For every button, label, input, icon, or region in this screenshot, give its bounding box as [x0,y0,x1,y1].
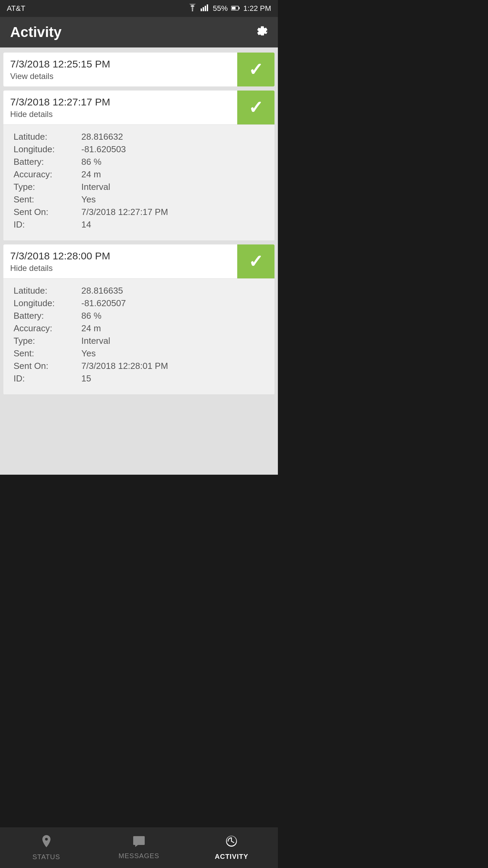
sent-label-3: Sent: [14,348,81,359]
detail-sent-row-2: Sent: Yes [14,194,264,205]
battery-label-3: Battery: [14,311,81,321]
sent-label-2: Sent: [14,194,81,205]
svg-rect-1 [201,8,202,11]
card-details-2: Latitude: 28.816632 Longitude: -81.62050… [3,124,274,240]
svg-rect-2 [203,7,204,11]
status-indicators: 55% 1:22 PM [188,4,271,13]
detail-latitude-row-2: Latitude: 28.816632 [14,132,264,142]
detail-latitude-row-3: Latitude: 28.816635 [14,285,264,296]
detail-longitude-row-3: Longitude: -81.620507 [14,298,264,309]
battery-icon [231,4,240,13]
activity-card-2: 7/3/2018 12:27:17 PM Hide details ✓ Lati… [3,91,274,240]
detail-sent-row-3: Sent: Yes [14,348,264,359]
battery-value-3: 86 % [81,311,101,321]
card-header-text-3: 7/3/2018 12:28:00 PM Hide details [3,244,237,278]
settings-icon[interactable] [254,24,268,41]
card-datetime-1: 7/3/2018 12:25:15 PM [10,58,230,70]
type-label-2: Type: [14,182,81,192]
id-value-2: 14 [81,219,91,230]
check-icon-3: ✓ [248,251,263,272]
longitude-value-2: -81.620503 [81,144,126,155]
check-icon-2: ✓ [248,97,263,118]
detail-accuracy-row-2: Accuracy: 24 m [14,169,264,180]
longitude-label-2: Longitude: [14,144,81,155]
card-header-1[interactable]: 7/3/2018 12:25:15 PM View details ✓ [3,53,274,86]
longitude-label-3: Longitude: [14,298,81,309]
card-action-2[interactable]: Hide details [10,110,230,119]
detail-senton-row-2: Sent On: 7/3/2018 12:27:17 PM [14,207,264,217]
signal-icon [201,4,209,13]
latitude-label-2: Latitude: [14,132,81,142]
detail-battery-row-2: Battery: 86 % [14,157,264,167]
battery-value-2: 86 % [81,157,101,167]
type-value-3: Interval [81,336,110,346]
card-header-text-1: 7/3/2018 12:25:15 PM View details [3,53,237,86]
card-action-3[interactable]: Hide details [10,263,230,273]
detail-id-row-2: ID: 14 [14,219,264,230]
id-label-3: ID: [14,373,81,384]
accuracy-value-3: 24 m [81,323,101,334]
page-title: Activity [10,24,62,40]
svg-rect-3 [205,6,206,11]
latitude-label-3: Latitude: [14,285,81,296]
senton-label-3: Sent On: [14,361,81,371]
svg-rect-4 [207,4,208,11]
activity-list: 7/3/2018 12:25:15 PM View details ✓ 7/3/… [0,47,278,475]
battery-percentage: 55% [213,4,228,13]
accuracy-value-2: 24 m [81,169,101,180]
senton-value-2: 7/3/2018 12:27:17 PM [81,207,168,217]
id-label-2: ID: [14,219,81,230]
card-datetime-3: 7/3/2018 12:28:00 PM [10,250,230,262]
detail-id-row-3: ID: 15 [14,373,264,384]
card-header-3[interactable]: 7/3/2018 12:28:00 PM Hide details ✓ [3,244,274,278]
detail-accuracy-row-3: Accuracy: 24 m [14,323,264,334]
card-header-text-2: 7/3/2018 12:27:17 PM Hide details [3,91,237,124]
detail-battery-row-3: Battery: 86 % [14,311,264,321]
card-action-1[interactable]: View details [10,72,230,81]
sent-value-3: Yes [81,348,96,359]
svg-rect-6 [239,7,240,9]
detail-type-row-3: Type: Interval [14,336,264,346]
card-check-3[interactable]: ✓ [237,244,274,278]
card-datetime-2: 7/3/2018 12:27:17 PM [10,96,230,108]
id-value-3: 15 [81,373,91,384]
check-icon-1: ✓ [248,59,263,80]
latitude-value-3: 28.816635 [81,285,123,296]
detail-longitude-row-2: Longitude: -81.620503 [14,144,264,155]
accuracy-label-3: Accuracy: [14,323,81,334]
type-value-2: Interval [81,182,110,192]
detail-type-row-2: Type: Interval [14,182,264,192]
latitude-value-2: 28.816632 [81,132,123,142]
type-label-3: Type: [14,336,81,346]
card-check-1[interactable]: ✓ [237,53,274,86]
wifi-icon [188,4,197,13]
longitude-value-3: -81.620507 [81,298,126,309]
battery-label-2: Battery: [14,157,81,167]
time-display: 1:22 PM [243,4,271,13]
sent-value-2: Yes [81,194,96,205]
carrier-label: AT&T [7,4,25,13]
card-details-3: Latitude: 28.816635 Longitude: -81.62050… [3,278,274,394]
card-header-2[interactable]: 7/3/2018 12:27:17 PM Hide details ✓ [3,91,274,124]
card-check-2[interactable]: ✓ [237,91,274,124]
senton-value-3: 7/3/2018 12:28:01 PM [81,361,168,371]
app-header: Activity [0,17,278,47]
senton-label-2: Sent On: [14,207,81,217]
activity-card-1: 7/3/2018 12:25:15 PM View details ✓ [3,53,274,86]
accuracy-label-2: Accuracy: [14,169,81,180]
activity-card-3: 7/3/2018 12:28:00 PM Hide details ✓ Lati… [3,244,274,394]
detail-senton-row-3: Sent On: 7/3/2018 12:28:01 PM [14,361,264,371]
svg-point-0 [192,10,193,11]
status-bar: AT&T 55% [0,0,278,17]
svg-rect-7 [232,7,236,9]
